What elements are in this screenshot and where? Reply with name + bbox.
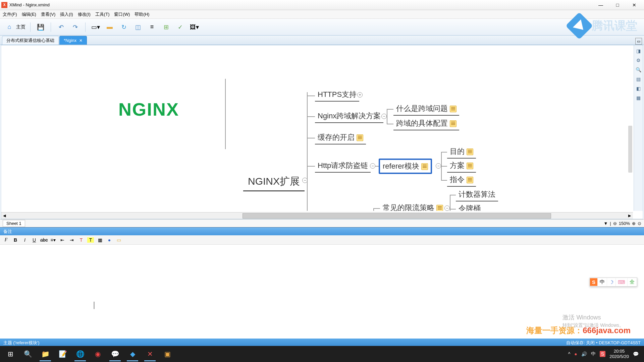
search-icon[interactable]: 🔍: [636, 67, 642, 73]
indent-left-button[interactable]: ⇤: [59, 237, 66, 243]
node-token[interactable]: 令牌桶: [456, 202, 483, 211]
marker-icon[interactable]: ◧: [636, 85, 642, 92]
menu-view[interactable]: 查看(V): [41, 11, 55, 17]
image-button[interactable]: 🖼▾: [189, 22, 200, 33]
ime-full-icon[interactable]: 全: [628, 278, 637, 286]
menu-window[interactable]: 窗口(W): [114, 11, 130, 17]
node-referer-selected[interactable]: referer模块: [379, 159, 432, 174]
ime-moon-icon[interactable]: ☽: [607, 278, 616, 286]
new-map-button[interactable]: ▭▾: [90, 22, 101, 33]
marker-button[interactable]: ✓: [175, 22, 185, 33]
save-button[interactable]: 💾: [35, 22, 46, 33]
align-button[interactable]: ≡▾: [50, 237, 56, 243]
node-cors-what[interactable]: 什么是跨域问题: [393, 102, 459, 116]
note-icon[interactable]: [357, 134, 363, 141]
underline-button[interactable]: U: [31, 237, 38, 243]
filter-icon[interactable]: ▼: [603, 221, 608, 226]
home-button[interactable]: ⌂: [4, 22, 15, 33]
tab-close-icon[interactable]: ✕: [79, 38, 83, 43]
tray-app-icon[interactable]: ●: [574, 351, 577, 357]
notes-textarea[interactable]: 海量一手资源：666java.com 激活 Windows 转到"设置"以激活 …: [0, 245, 644, 339]
close-button[interactable]: ✕: [626, 0, 643, 10]
link-button[interactable]: ●: [106, 237, 113, 243]
note-icon[interactable]: [436, 205, 443, 211]
menu-edit[interactable]: 编辑(E): [22, 11, 36, 17]
outline-toggle[interactable]: ▭: [635, 38, 642, 45]
node-solution[interactable]: 方案: [447, 159, 476, 173]
explorer-button[interactable]: 📁: [37, 347, 54, 361]
app-button[interactable]: ◉: [89, 347, 106, 361]
node-cors-config[interactable]: 跨域的具体配置: [393, 117, 459, 130]
zoom-out-button[interactable]: ⊖: [613, 221, 617, 226]
highlight-button[interactable]: T: [87, 237, 94, 243]
node-strategy[interactable]: 常见的限流策略: [380, 201, 446, 211]
ime-bar[interactable]: S 中 ☽ ⌨ 全: [590, 278, 637, 287]
tab-framework[interactable]: 分布式框架通信核心基础: [2, 36, 59, 45]
note-icon[interactable]: [467, 177, 473, 183]
toggle-icon[interactable]: −: [436, 163, 441, 169]
tray-sogou-icon[interactable]: S: [600, 351, 605, 357]
insert-button[interactable]: ⊞: [161, 22, 171, 33]
mindmap-canvas[interactable]: NGINX NGINX扩展 − HTTPS支持 + Nginx跨域解决方案 − …: [1, 45, 633, 211]
toggle-icon[interactable]: −: [444, 205, 450, 211]
note-button[interactable]: ▬: [104, 22, 115, 33]
node-root[interactable]: NGINX扩展: [243, 173, 305, 191]
tray-up-icon[interactable]: ^: [568, 351, 571, 357]
scroll-thumb[interactable]: [243, 213, 551, 219]
node-hotlink[interactable]: Http请求防盗链: [315, 159, 371, 173]
note-icon[interactable]: [421, 163, 428, 170]
minimize-button[interactable]: —: [592, 0, 609, 10]
toggle-icon[interactable]: −: [370, 163, 375, 169]
xmind-button[interactable]: ✕: [142, 347, 158, 361]
node-cache[interactable]: 缓存的开启: [315, 131, 366, 144]
wechat-button[interactable]: 💬: [107, 347, 123, 361]
image-button[interactable]: ▦: [97, 237, 103, 243]
panel-icon[interactable]: ▦: [636, 95, 642, 101]
menu-tool[interactable]: 工具(T): [95, 11, 110, 17]
toggle-icon[interactable]: −: [381, 114, 387, 119]
notifications-icon[interactable]: 💬: [633, 351, 639, 357]
scroll-right-icon[interactable]: ▶: [626, 213, 633, 219]
node-https[interactable]: HTTPS支持: [315, 88, 359, 102]
font-button[interactable]: F: [3, 237, 9, 243]
tab-nginx[interactable]: *Nginx✕: [59, 36, 87, 45]
tray-volume-icon[interactable]: 🔊: [581, 351, 587, 357]
strike-button[interactable]: abc: [40, 237, 47, 243]
tray-ime-icon[interactable]: 中: [591, 351, 596, 357]
node-counter[interactable]: 计数器算法: [456, 188, 498, 201]
attach-button[interactable]: ▭: [115, 237, 122, 243]
bold-button[interactable]: B: [12, 237, 19, 243]
note-icon[interactable]: [450, 120, 457, 127]
node-cors[interactable]: Nginx跨域解决方案: [315, 110, 383, 123]
indent-right-button[interactable]: ⇥: [68, 237, 75, 243]
undo-button[interactable]: ↶: [56, 22, 66, 33]
text-color-button[interactable]: T: [78, 237, 85, 243]
menu-insert[interactable]: 插入(I): [60, 11, 73, 17]
horizontal-scrollbar[interactable]: ◀ ▶: [1, 212, 633, 219]
note-icon[interactable]: [450, 106, 457, 112]
theme-icon[interactable]: ▤: [636, 76, 642, 82]
ime-keyboard-icon[interactable]: ⌨: [616, 278, 628, 286]
relationship-button[interactable]: ↻: [118, 22, 129, 33]
node-directive[interactable]: 指令: [447, 173, 476, 187]
italic-button[interactable]: I: [21, 237, 28, 243]
start-button[interactable]: ⊞: [2, 347, 19, 361]
menu-file[interactable]: 文件(F): [3, 11, 17, 17]
notepad-button[interactable]: 📝: [54, 347, 71, 361]
boundary-button[interactable]: ◫: [132, 22, 143, 33]
node-purpose[interactable]: 目的: [447, 145, 476, 159]
note-icon[interactable]: [467, 148, 473, 155]
outline-icon[interactable]: ◨: [636, 48, 642, 54]
app3-button[interactable]: ▣: [159, 347, 176, 361]
menu-help[interactable]: 帮助(H): [135, 11, 149, 17]
chrome-button[interactable]: 🌐: [72, 347, 89, 361]
scroll-left-icon[interactable]: ◀: [1, 213, 8, 219]
zoom-level[interactable]: 150%: [619, 221, 630, 226]
vertical-scrollbar[interactable]: [628, 126, 632, 173]
style-icon[interactable]: ⚙: [636, 57, 642, 63]
clock[interactable]: 20:05 2020/5/20: [609, 349, 629, 359]
ime-lang[interactable]: 中: [598, 278, 607, 286]
note-icon[interactable]: [467, 163, 473, 169]
maximize-button[interactable]: □: [609, 0, 626, 10]
zoom-in-button[interactable]: ⊕: [632, 221, 636, 226]
